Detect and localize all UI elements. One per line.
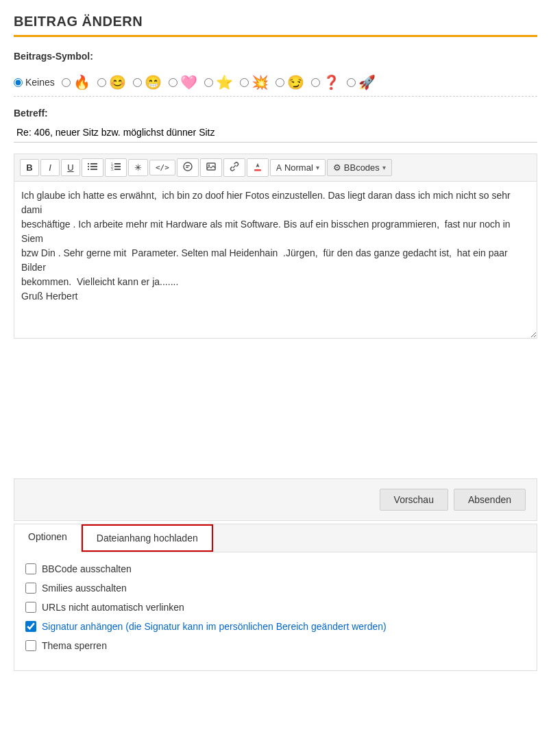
list-ordered-icon: 1. 2. 3. [111,162,121,171]
list-ordered-button[interactable]: 1. 2. 3. [105,158,127,177]
symbol-option-smile[interactable]: 😊 [97,75,126,89]
quote-icon [183,162,193,171]
svg-rect-13 [186,165,190,167]
svg-rect-4 [88,169,89,170]
gear-icon: ⚙ [333,162,341,173]
link-icon [230,162,239,171]
symbol-option-grin[interactable]: 😁 [133,75,162,89]
list-unordered-button[interactable] [82,158,103,177]
svg-rect-3 [90,166,97,167]
symbol-emoji-smirk: 😏 [287,75,304,89]
underline-button[interactable]: U [61,159,80,176]
lock-topic-checkbox[interactable] [25,640,36,651]
italic-button[interactable]: I [40,159,60,176]
option-lock-topic: Thema sperren [25,640,526,651]
subject-section: Betreff: [14,108,537,143]
svg-rect-1 [90,163,97,164]
symbol-emoji-rocket: 🚀 [358,75,376,89]
symbol-emoji-question: ❓ [323,75,340,89]
urls-off-label[interactable]: URLs nicht automatisch verlinken [42,602,184,613]
symbol-option-none[interactable]: Keines [14,77,55,88]
link-button[interactable] [223,158,245,177]
bbcodes-arrow-icon: ▾ [382,164,386,171]
smilies-off-label[interactable]: Smilies ausschalten [42,583,127,594]
symbol-option-heart[interactable]: 🩷 [169,75,197,89]
bottom-actions: Vorschau Absenden [14,478,537,521]
symbol-emoji-star: ⭐ [216,75,233,89]
spacer [14,339,537,462]
subject-input[interactable] [14,123,537,143]
svg-rect-7 [114,163,121,164]
symbol-option-star[interactable]: ⭐ [204,75,233,89]
image-button[interactable] [200,158,222,177]
symbol-section-label: Beitrags-Symbol: [14,51,537,62]
tabs-section: Optionen Dateianhang hochladen BBCode au… [14,524,537,671]
bbcode-off-checkbox[interactable] [25,563,36,574]
symbol-emoji-grin: 😁 [145,75,162,89]
editor-content[interactable]: Ich glaube ich hatte es erwähnt, ich bin… [14,181,537,339]
symbol-option-rocket[interactable]: 🚀 [347,75,376,89]
smilies-off-checkbox[interactable] [25,583,36,594]
subject-label: Betreff: [14,108,537,119]
symbol-emoji-heart: 🩷 [180,75,197,89]
signature-label[interactable]: Signatur anhängen (die Signatur kann im … [42,621,387,632]
svg-rect-9 [114,166,121,167]
font-size-label: Normal [284,162,313,173]
symbol-label-none: Keines [25,77,55,88]
signature-checkbox[interactable] [25,621,36,632]
svg-point-12 [184,162,192,171]
font-size-icon: A [276,163,282,173]
bbcodes-dropdown[interactable]: ⚙ BBcodes ▾ [327,159,392,176]
tab-options[interactable]: Optionen [14,524,82,552]
bbcodes-label: BBcodes [344,162,380,173]
option-bbcode-off: BBCode ausschalten [25,563,526,574]
editor-text: Ich glaube ich hatte es erwähnt, ich bin… [21,188,530,304]
symbol-emoji-fire: 🔥 [73,75,90,89]
option-urls-off: URLs nicht automatisch verlinken [25,602,526,613]
option-smilies-off: Smilies ausschalten [25,583,526,594]
tab-options-content: BBCode ausschalten Smilies ausschalten U… [14,552,537,670]
preview-button[interactable]: Vorschau [380,489,448,511]
font-size-dropdown[interactable]: A Normal ▾ [270,159,326,176]
symbol-option-smirk[interactable]: 😏 [276,75,304,89]
list-unordered-icon [88,162,97,171]
submit-button[interactable]: Absenden [454,489,526,511]
symbol-option-fire[interactable]: 🔥 [62,75,90,89]
urls-off-checkbox[interactable] [25,602,36,613]
bold-button[interactable]: B [20,159,39,176]
special-button[interactable]: ✳ [128,159,148,176]
svg-rect-14 [186,167,188,169]
svg-rect-2 [88,166,89,167]
symbol-option-question[interactable]: ❓ [311,75,340,89]
option-signature: Signatur anhängen (die Signatur kann im … [25,621,526,632]
svg-rect-5 [90,169,97,170]
page-title: BEITRAG ÄNDERN [14,14,537,37]
code-button[interactable]: </> [149,160,175,175]
tabs-header: Optionen Dateianhang hochladen [14,524,537,552]
symbol-row: Keines 🔥 😊 😁 🩷 ⭐ 💥 😏 ❓ 🚀 [14,69,537,97]
color-button[interactable] [247,158,269,177]
svg-rect-11 [114,169,121,170]
symbol-emoji-burst: 💥 [252,75,269,89]
svg-text:3.: 3. [111,167,114,171]
font-size-arrow-icon: ▾ [316,164,319,171]
image-icon [206,162,216,171]
svg-rect-0 [88,163,89,164]
svg-point-16 [208,164,210,166]
bbcode-off-label[interactable]: BBCode ausschalten [42,563,132,574]
symbol-emoji-smile: 😊 [109,75,126,89]
editor-toolbar: B I U 1. 2. 3. ✳ </> [14,154,537,181]
tab-upload[interactable]: Dateianhang hochladen [82,524,213,552]
color-icon [253,162,262,171]
quote-button[interactable] [177,158,199,177]
lock-topic-label[interactable]: Thema sperren [42,640,107,651]
svg-rect-17 [254,169,261,171]
symbol-option-burst[interactable]: 💥 [240,75,269,89]
